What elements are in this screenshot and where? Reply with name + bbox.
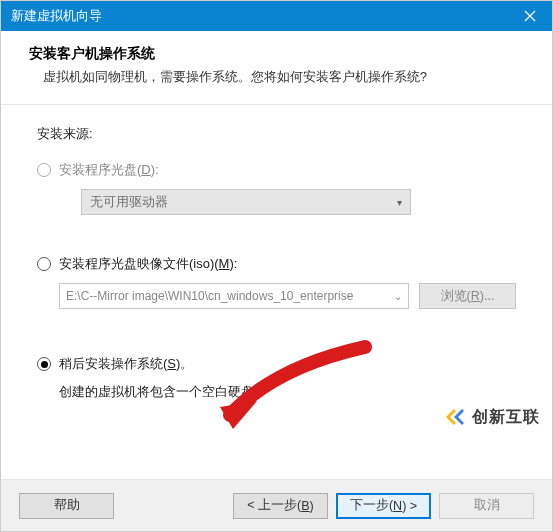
iso-path-value: E:\C--Mirror image\WIN10\cn_windows_10_e… xyxy=(66,289,353,303)
radio-install-later[interactable] xyxy=(37,357,51,371)
close-icon xyxy=(524,10,536,22)
help-button[interactable]: 帮助 xyxy=(19,493,114,519)
next-button[interactable]: 下一步(N) > xyxy=(336,493,431,519)
drive-dropdown[interactable]: 无可用驱动器 ▾ xyxy=(81,189,411,215)
radio-installer-disc[interactable] xyxy=(37,163,51,177)
chevron-down-icon: ⌄ xyxy=(394,291,402,302)
window-title: 新建虚拟机向导 xyxy=(11,7,102,25)
header-description: 虚拟机如同物理机，需要操作系统。您将如何安装客户机操作系统? xyxy=(29,69,524,86)
chevron-down-icon: ▾ xyxy=(397,197,402,208)
wizard-footer: 帮助 < 上一步(B) 下一步(N) > 取消 xyxy=(1,479,552,531)
drive-dropdown-value: 无可用驱动器 xyxy=(90,194,168,211)
header-title: 安装客户机操作系统 xyxy=(29,45,524,63)
wizard-body: 安装来源: 安装程序光盘(D): 无可用驱动器 ▾ 安装程序光盘映像文件(iso… xyxy=(1,105,552,479)
option-installer-disc-label: 安装程序光盘(D): xyxy=(59,161,159,179)
option-installer-disc[interactable]: 安装程序光盘(D): xyxy=(37,161,516,179)
install-later-description: 创建的虚拟机将包含一个空白硬盘。 xyxy=(59,383,516,401)
back-button[interactable]: < 上一步(B) xyxy=(233,493,328,519)
wizard-header: 安装客户机操作系统 虚拟机如同物理机，需要操作系统。您将如何安装客户机操作系统? xyxy=(1,31,552,105)
watermark-logo-icon xyxy=(442,405,466,429)
browse-button[interactable]: 浏览(R)... xyxy=(419,283,516,309)
titlebar: 新建虚拟机向导 xyxy=(1,1,552,31)
watermark-text: 创新互联 xyxy=(472,407,540,428)
close-button[interactable] xyxy=(507,1,552,31)
cancel-button[interactable]: 取消 xyxy=(439,493,534,519)
wizard-window: 新建虚拟机向导 安装客户机操作系统 虚拟机如同物理机，需要操作系统。您将如何安装… xyxy=(0,0,553,532)
option-install-later-label: 稍后安装操作系统(S)。 xyxy=(59,355,193,373)
iso-path-input[interactable]: E:\C--Mirror image\WIN10\cn_windows_10_e… xyxy=(59,283,409,309)
option-install-later[interactable]: 稍后安装操作系统(S)。 xyxy=(37,355,516,373)
option-iso-file[interactable]: 安装程序光盘映像文件(iso)(M): xyxy=(37,255,516,273)
option-iso-file-label: 安装程序光盘映像文件(iso)(M): xyxy=(59,255,237,273)
watermark: 创新互联 xyxy=(442,405,540,429)
install-source-label: 安装来源: xyxy=(37,125,516,143)
radio-iso-file[interactable] xyxy=(37,257,51,271)
